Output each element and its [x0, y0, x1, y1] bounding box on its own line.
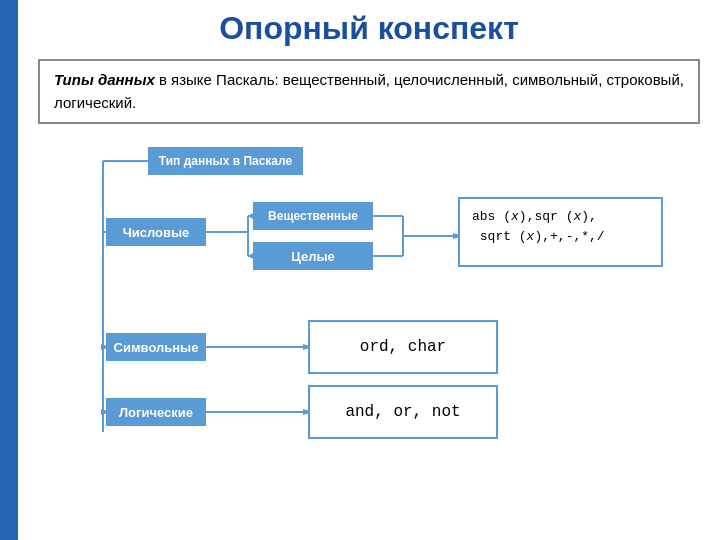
diagram: Тип данных в Паскале Числовые Вещественн… — [38, 142, 700, 482]
root-box: Тип данных в Паскале — [148, 147, 303, 175]
real-box: Вещественные — [253, 202, 373, 230]
integer-box: Целые — [253, 242, 373, 270]
page-title: Опорный конспект — [38, 10, 700, 47]
info-box: Типы данных в языке Паскаль: вещественны… — [38, 59, 700, 124]
code-logical-box: and, or, not — [308, 385, 498, 439]
code-symbolic-box: ord, char — [308, 320, 498, 374]
logical-box: Логические — [106, 398, 206, 426]
numeric-box: Числовые — [106, 218, 206, 246]
left-accent — [0, 0, 18, 540]
info-bold: Типы данных — [54, 71, 155, 88]
code-numeric-box: abs (x),sqr (x), sqrt (x),+,-,*,/ — [458, 197, 663, 267]
page-content: Опорный конспект Типы данных в языке Пас… — [18, 0, 720, 540]
symbolic-box: Символьные — [106, 333, 206, 361]
